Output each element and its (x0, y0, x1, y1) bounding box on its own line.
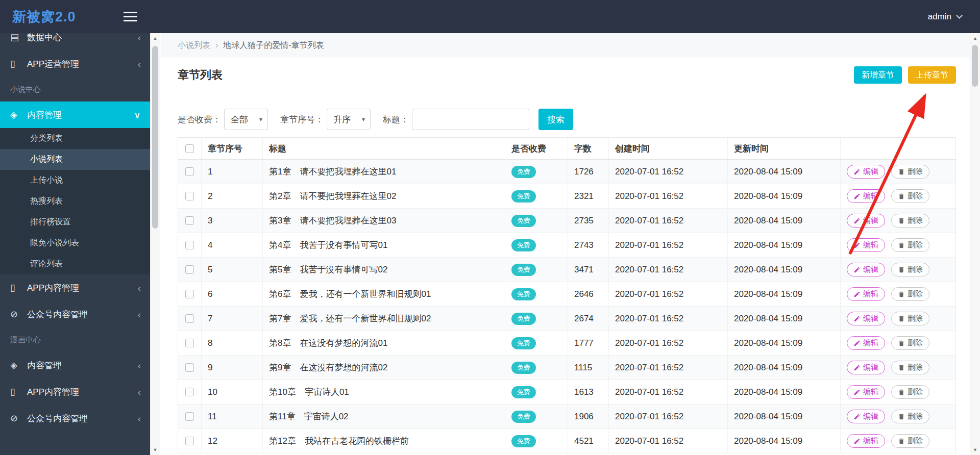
upload-chapter-button[interactable]: 上传章节 (908, 66, 956, 84)
user-menu[interactable]: admin (928, 0, 962, 33)
row-checkbox[interactable] (185, 437, 194, 445)
chapters-table: 章节序号 标题 是否收费 字数 创建时间 更新时间 1 第1章 请不要把我埋葬在… (178, 137, 956, 453)
delete-button[interactable]: 删除 (891, 336, 929, 350)
delete-button[interactable]: 删除 (891, 189, 929, 203)
edit-button[interactable]: 编辑 (847, 336, 885, 350)
edit-button[interactable]: 编辑 (847, 238, 885, 252)
sidebar-scrollbar-thumb[interactable] (152, 46, 158, 229)
updated-time: 2020-08-04 15:09 (728, 356, 841, 380)
add-chapter-button[interactable]: 新增章节 (854, 66, 902, 84)
sidebar-item[interactable]: 评论列表 (0, 254, 150, 274)
title-filter-input[interactable] (412, 109, 529, 130)
chapter-seq: 9 (202, 356, 263, 380)
edit-button[interactable]: 编辑 (847, 165, 885, 179)
sidebar-item[interactable]: ▯ APP运营管理 ‹ (0, 50, 150, 77)
edit-button[interactable]: 编辑 (847, 263, 885, 276)
sidebar-item-label: APP内容管理 (27, 282, 138, 294)
table-header-row: 章节序号 标题 是否收费 字数 创建时间 更新时间 (178, 138, 955, 160)
sidebar-item[interactable]: ▤ 数据中心 ‹ (0, 33, 150, 50)
sidebar-item[interactable]: 热搜列表 (0, 191, 150, 212)
sidebar-item[interactable]: 上传小说 (0, 170, 150, 191)
scroll-down-icon[interactable]: ▼ (970, 445, 980, 455)
sidebar-item[interactable]: ⊘ 公众号内容管理 ‹ (0, 301, 150, 327)
sidebar-item-label: 小说中心 (10, 85, 141, 94)
delete-button[interactable]: 删除 (891, 214, 929, 228)
word-count: 2321 (568, 184, 609, 208)
sidebar-item[interactable]: 排行榜设置 (0, 212, 150, 233)
delete-button[interactable]: 删除 (891, 312, 929, 325)
column-header-actions (841, 138, 955, 159)
fee-badge: 免费 (511, 411, 536, 423)
fee-badge: 免费 (511, 362, 536, 374)
edit-button-label: 编辑 (863, 265, 878, 274)
sidebar-item[interactable]: 小说中心 (0, 77, 150, 102)
table-row: 1 第1章 请不要把我埋葬在这里01 免费 1726 2020-07-01 16… (178, 160, 955, 184)
edit-button[interactable]: 编辑 (847, 361, 885, 374)
row-checkbox[interactable] (185, 216, 194, 225)
edit-button[interactable]: 编辑 (847, 214, 885, 228)
chapter-title: 第2章 请不要把我埋葬在这里02 (263, 184, 505, 208)
row-checkbox[interactable] (185, 339, 194, 347)
delete-button[interactable]: 删除 (891, 361, 929, 374)
sidebar-scrollbar[interactable]: ▲ ▼ (150, 33, 160, 455)
row-checkbox[interactable] (185, 363, 194, 372)
row-checkbox[interactable] (185, 241, 194, 249)
row-checkbox[interactable] (185, 388, 194, 396)
row-checkbox[interactable] (185, 290, 194, 298)
sidebar-item-label: 公众号内容管理 (27, 309, 138, 320)
row-checkbox[interactable] (185, 265, 194, 274)
created-time: 2020-07-01 16:52 (609, 184, 728, 208)
word-count: 1777 (568, 331, 609, 355)
sidebar-item[interactable]: ▯ APP内容管理 ‹ (0, 378, 150, 405)
sidebar-item[interactable]: 漫画中心 (0, 327, 150, 352)
edit-button[interactable]: 编辑 (847, 410, 885, 423)
sidebar-item[interactable]: ▯ APP内容管理 ‹ (0, 274, 150, 301)
row-checkbox[interactable] (185, 412, 194, 421)
chevron-icon: ∨ (134, 110, 141, 120)
row-checkbox[interactable] (185, 314, 194, 323)
column-header-words: 字数 (568, 138, 609, 159)
scroll-up-icon[interactable]: ▲ (151, 33, 160, 43)
breadcrumb-link[interactable]: 小说列表 (178, 40, 210, 51)
delete-button[interactable]: 删除 (891, 287, 929, 301)
page-scrollbar[interactable]: ▲ ▼ (970, 33, 980, 455)
delete-button[interactable]: 删除 (891, 434, 929, 448)
delete-button[interactable]: 删除 (891, 238, 929, 252)
chapter-title: 第3章 请不要把我埋葬在这里03 (263, 209, 505, 233)
dropdown-arrow-icon: ▾ (259, 116, 262, 123)
sidebar-item[interactable]: ⊘ 公众号内容管理 ‹ (0, 405, 150, 432)
edit-button[interactable]: 编辑 (847, 287, 885, 301)
fee-filter-select[interactable]: 全部 ▾ (224, 109, 268, 130)
delete-button[interactable]: 删除 (891, 165, 929, 179)
updated-time: 2020-08-04 15:09 (728, 160, 841, 184)
delete-button[interactable]: 删除 (891, 410, 929, 423)
sidebar-item[interactable]: 限免小说列表 (0, 233, 150, 254)
delete-button[interactable]: 删除 (891, 263, 929, 276)
sidebar-item[interactable]: ◈ 内容管理 ∨ (0, 102, 150, 128)
column-header-title: 标题 (263, 138, 505, 159)
table-row: 9 第9章 在这没有梦想的河流02 免费 1115 2020-07-01 16:… (178, 356, 955, 380)
sidebar-item-icon: ▤ (10, 33, 27, 43)
row-checkbox[interactable] (185, 167, 194, 176)
app-logo[interactable]: 新被窝2.0 (12, 0, 76, 33)
edit-button[interactable]: 编辑 (847, 312, 885, 325)
search-button[interactable]: 搜索 (538, 109, 573, 130)
edit-button[interactable]: 编辑 (847, 385, 885, 399)
edit-button[interactable]: 编辑 (847, 434, 885, 448)
scroll-down-icon[interactable]: ▼ (151, 445, 160, 455)
menu-toggle-icon[interactable] (124, 12, 137, 21)
breadcrumb-separator: › (215, 41, 218, 50)
select-all-checkbox[interactable] (185, 144, 194, 153)
order-filter-value: 升序 (333, 114, 351, 125)
sidebar-item[interactable]: 小说列表 (0, 149, 150, 170)
edit-button[interactable]: 编辑 (847, 189, 885, 203)
sidebar-item-icon: ▯ (10, 58, 27, 69)
sidebar-item[interactable]: ◈ 内容管理 ‹ (0, 352, 150, 378)
row-checkbox[interactable] (185, 192, 194, 200)
page-scrollbar-thumb[interactable] (972, 45, 978, 87)
scroll-up-icon[interactable]: ▲ (970, 33, 980, 43)
order-filter-select[interactable]: 升序 ▾ (327, 109, 371, 130)
sidebar-item[interactable]: 分类列表 (0, 128, 150, 149)
chevron-icon: ‹ (138, 283, 141, 293)
delete-button[interactable]: 删除 (891, 385, 929, 399)
